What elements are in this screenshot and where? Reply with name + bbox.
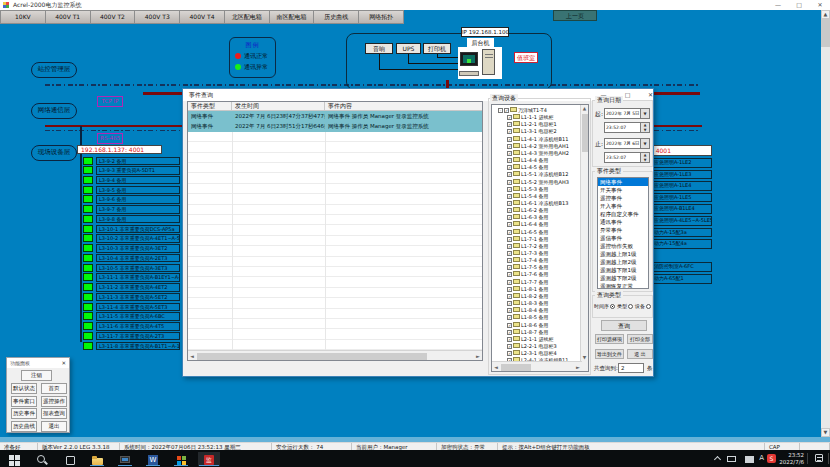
tree-node[interactable]: ✓L1-8-1 备用 [507,286,549,293]
active-app-icon[interactable]: 监 [198,452,220,466]
tree-node[interactable]: ✓L2-1-1 进线柜 [507,336,554,343]
print-selected-button[interactable]: 打印选择项 [595,334,624,344]
event-type-option[interactable]: 开入事件 [598,202,648,210]
tree-node[interactable]: ✓L1-7-1 备用 [507,236,549,243]
tree-node[interactable]: ✓L2-2-1 电容柜3 [507,343,557,350]
column-header-content[interactable]: 事件内容 [325,102,482,110]
left-device-item[interactable]: L3-10-3 非常重要负荷A-3ET2 [96,244,180,253]
tab-8[interactable]: 历史曲线 [314,10,359,24]
left-device-item[interactable]: L3-9-3 重要负荷A-5DT1 [96,166,180,175]
tray-expand-icon[interactable] [715,457,720,467]
event-type-listbox[interactable]: 网络事件开关事件遥控事件开入事件程序自定义事件通讯事件异常事件遥信事件遥控动作失… [597,177,649,289]
tree-node[interactable]: ✓L1-1-1 进线柜 [507,114,554,121]
speaker-node[interactable]: 音响 [365,43,393,54]
event-type-option[interactable]: 遥测越下限2级 [598,274,648,282]
tree-node[interactable]: ✓L1-8-3 备用 [507,300,549,307]
network-layer-button[interactable]: 网络通信层 [31,103,77,119]
file-explorer-icon[interactable] [86,452,108,466]
table-horizontal-scrollbar[interactable]: ◄ ► [188,350,482,360]
query-button[interactable]: 查询 [601,320,647,331]
left-device-item[interactable]: L3-10-5 非常重要负荷A-3ET3 [96,264,180,273]
column-header-type[interactable]: 事件类型 [188,102,232,110]
print-all-button[interactable]: 打印全部 [627,334,653,344]
right-device-item[interactable]: 应急照明A-1LE4 [652,181,712,191]
dialog-close-button[interactable]: ✕ [643,89,658,100]
tree-node[interactable]: ✓L1-7-6 备用 [507,271,549,278]
event-type-option[interactable]: 遥控事件 [598,194,648,202]
tree-node[interactable]: ✓L1-6-4 备用 [507,221,549,228]
query-type-option[interactable]: 设备 [635,303,651,309]
left-device-item[interactable]: L3-10-4 非常重要负荷A-2ET3 [96,254,180,263]
clock[interactable]: 23:52 2022/7/6 [776,452,804,467]
event-type-option[interactable]: 遥测越上限1级 [598,250,648,258]
minimize-button[interactable]: — [768,0,788,10]
host-computer-image[interactable] [458,47,502,79]
sogou-icon[interactable]: S [767,454,776,467]
ime-mode-letter[interactable]: A [759,450,764,467]
tab-5[interactable]: 400V T4 [180,10,225,24]
start-button[interactable] [3,452,25,466]
panel-button-事件窗口[interactable]: 事件窗口 [11,396,37,407]
event-type-option[interactable]: 遥测越下限1级 [598,266,648,274]
close-button[interactable]: ✕ [810,0,830,10]
tree-node[interactable]: ✓L1-8-4 备用 [507,307,549,314]
left-device-item[interactable]: L3-10-1 非常重要负荷DCS-AP5a [96,225,180,234]
tree-node[interactable]: ✓L1-8-2 备用 [507,293,549,300]
tab-7[interactable]: 南区配电箱 [270,10,315,24]
scroll-up-arrow[interactable]: ▲ [821,10,830,19]
field-layer-button[interactable]: 现场设备层 [31,145,77,161]
event-type-option[interactable]: 通讯事件 [598,218,648,226]
app-vertical-scrollbar[interactable]: ▲ ▼ [821,10,830,437]
tree-node[interactable]: ✓L1-7-7 备用 [507,279,549,286]
left-device-item[interactable]: L3-10-2 非常重要负荷A-4ET1~A-5ET1 [96,234,180,243]
search-icon[interactable] [31,452,53,466]
tree-node[interactable]: ✓L1-6-3 备用 [507,214,549,221]
left-device-item[interactable]: L3-9-8 备用 [96,215,180,224]
left-device-item[interactable]: L3-11-2 非常重要负荷A-4ET2 [96,283,180,292]
tree-node[interactable]: ✓L1-7-5 备用 [507,264,549,271]
ups-node[interactable]: UPS [396,43,421,54]
export-button[interactable]: 导出到文件 [595,349,624,359]
logout-button[interactable]: 注销 [21,370,52,381]
tree-node[interactable]: ✓L1-7-4 备用 [507,257,549,264]
tree-node[interactable]: ✓L1-5-2 室外用电AH3 [507,179,569,186]
left-device-item[interactable]: L3-9-4 备用 [96,176,180,185]
event-type-option[interactable]: 遥控动作失败 [598,242,648,250]
left-device-item[interactable]: L3-11-4 非常重要负荷A-5ET3 [96,303,180,312]
tree-node[interactable]: ✓L1-8-7 备用 [507,329,549,336]
right-device-item[interactable]: 应急照明A-1LE2 [652,158,712,168]
date-to-combo[interactable]: 2022年 7月 6日▼ [604,138,650,149]
event-type-option[interactable]: 网络事件 [598,178,648,186]
right-device-item[interactable]: 应急照明A-1LE3 [652,170,712,180]
tree-vertical-scrollbar[interactable]: ▲ ▼ [580,105,588,371]
tree-node[interactable]: ✓L1-8-6 备用 [507,322,549,329]
right-device-item[interactable]: 动力A-15配4a [652,239,712,249]
left-device-item[interactable]: L3-9-7 备用 [96,205,180,214]
tree-node[interactable]: ✓L1-6-2 备用 [507,207,549,214]
event-type-option[interactable]: 遥测越上限2级 [598,258,648,266]
panel-button-报表查询[interactable]: 报表查询 [41,408,67,419]
maximize-button[interactable]: □ [789,0,809,10]
left-device-item[interactable]: L3-11-8 非常重要负荷A-B1T1~A-1T1 [96,342,180,351]
network-icon[interactable] [727,456,736,467]
tree-horizontal-scrollbar[interactable]: ◄ ► [492,361,582,371]
panel-button-遥控操作[interactable]: 遥控操作 [41,396,67,407]
right-device-item[interactable]: 消防控制室A-6FC [652,262,712,272]
scroll-down-arrow[interactable]: ▼ [821,428,830,437]
panel-button-首页[interactable]: 首页 [41,383,67,394]
event-type-option[interactable]: 遥信事件 [598,234,648,242]
monitor-app-icon[interactable] [114,452,136,466]
tree-node[interactable]: ✓L1-4-4 备用 [507,157,549,164]
right-device-item[interactable]: 应急照明A-B1LE4 [652,204,712,214]
event-type-option[interactable]: 异常事件 [598,226,648,234]
station-layer-button[interactable]: 站控管理层 [31,62,77,78]
printer-node[interactable]: 打印机 [423,43,451,54]
panel-button-默认状态[interactable]: 默认状态 [11,383,37,394]
right-device-item[interactable]: 动力A-15配3a [652,228,712,238]
tree-node[interactable]: ✓L1-7-2 备用 [507,243,549,250]
left-device-item[interactable]: L3-11-7 非常重要负荷A-2T3 [96,332,180,341]
tree-node[interactable]: ✓L1-7-3 备用 [507,250,549,257]
scroll-thumb[interactable] [821,19,830,47]
tab-1[interactable]: 10KV [0,10,46,24]
tab-9[interactable]: 网络拓扑 [359,10,404,24]
